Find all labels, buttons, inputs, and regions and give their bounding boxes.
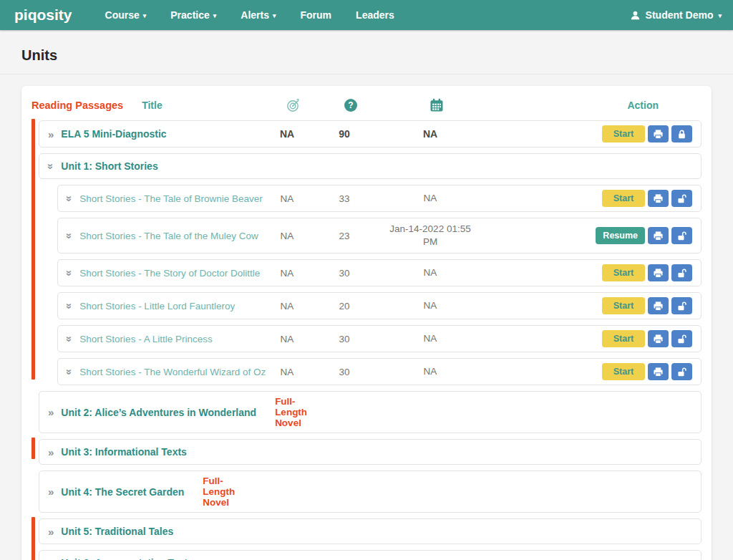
row-title-link[interactable]: Unit 2: Alice’s Adventures in Wonderland [61,407,256,418]
nav-item-practice[interactable]: Practice▾ [170,9,216,21]
start-button[interactable]: Start [602,330,645,347]
nav-items: Course▾Practice▾Alerts▾ForumLeaders [105,9,394,21]
table-row[interactable]: » Short Stories - The Story of Doctor Do… [57,259,702,286]
print-button[interactable] [648,330,669,347]
table-row[interactable]: » Unit 4: The Secret Garden Full-Length … [39,470,702,513]
table-row[interactable]: » Short Stories - The Tale of the Muley … [57,218,702,254]
questions-cell: 30 [323,367,366,377]
chevron-double-icon[interactable]: » [48,129,54,140]
unlock-button[interactable] [671,330,692,347]
chevron-double-icon[interactable]: » [64,195,75,201]
chevron-double-icon[interactable]: » [64,233,75,238]
title-column-header[interactable]: Title [142,100,162,111]
score-cell: NA [251,301,323,312]
table-row[interactable]: » Unit 1: Short Stories [39,153,702,179]
row-title-link[interactable]: Unit 3: Informational Texts [61,446,187,458]
page-header: Units [0,30,733,64]
question-circle-icon: ? [344,99,357,112]
row-title-link[interactable]: Unit 6: Argumentative Texts [61,557,193,560]
print-button[interactable] [648,190,669,207]
table-row[interactable]: » Unit 6: Argumentative Texts [39,550,702,560]
table-row[interactable]: » Unit 3: Informational Texts [39,439,702,465]
chevron-double-icon[interactable]: » [48,407,54,417]
start-button[interactable]: Start [602,363,645,380]
action-buttons: Start [495,297,695,314]
nav-item-alerts[interactable]: Alerts▾ [241,9,276,21]
questions-cell: 30 [323,334,366,344]
table-row[interactable]: » Short Stories - A Little Princess NA 3… [57,325,702,352]
print-button[interactable] [648,227,669,244]
score-cell: NA [251,268,323,279]
page-title: Units [21,47,712,64]
date-cell: NA [366,192,495,205]
row-title-link[interactable]: Short Stories - The Tale of the Muley Co… [79,231,258,241]
chevron-double-icon[interactable]: » [48,486,54,497]
row-title-link[interactable]: Short Stories - A Little Princess [79,334,212,344]
print-button[interactable] [648,125,669,143]
table-row[interactable]: » Short Stories - The Tale of Brownie Be… [57,185,702,212]
table-row[interactable]: » Unit 2: Alice’s Adventures in Wonderla… [39,391,702,433]
chevron-double-icon[interactable]: » [48,447,54,458]
questions-column-header[interactable]: ? [329,99,372,112]
date-cell: NA [366,127,495,141]
unlock-icon [676,367,687,377]
caret-down-icon: ▾ [143,12,147,19]
row-title-link[interactable]: Short Stories - The Wonderful Wizard of … [79,367,266,377]
action-buttons: Start [495,190,695,207]
table-row[interactable]: » Unit 5: Traditional Tales [39,518,702,544]
print-button[interactable] [648,363,669,380]
row-group: » Unit 3: Informational Texts [31,439,702,465]
chevron-double-icon[interactable]: » [48,526,54,537]
action-buttons: Resume [495,227,695,244]
caret-down-icon: ▾ [273,12,276,19]
lock-button[interactable] [671,125,692,143]
resume-button[interactable]: Resume [596,227,645,244]
row-title-link[interactable]: Short Stories - Little Lord Fauntleroy [79,301,235,312]
nav-item-leaders[interactable]: Leaders [356,9,394,21]
row-title-link[interactable]: ELA 5 Mini-Diagnostic [61,128,166,140]
unlock-button[interactable] [671,190,692,207]
row-title-link[interactable]: Unit 1: Short Stories [61,160,157,172]
chevron-double-icon[interactable]: » [46,163,57,169]
row-title-link[interactable]: Short Stories - The Story of Doctor Doli… [79,268,260,279]
full-length-novel-tag: Full-Length Novel [275,396,307,428]
action-buttons: Start [495,125,695,143]
unlock-icon [676,334,687,344]
unlock-button[interactable] [671,227,692,244]
row-title-link[interactable]: Short Stories - The Tale of Brownie Beav… [79,193,262,204]
table-row[interactable]: » ELA 5 Mini-Diagnostic NA 90 NA Start [39,120,702,148]
brand-logo[interactable]: piqosity [14,6,72,24]
calendar-icon [429,98,444,112]
print-button[interactable] [648,297,669,314]
date-cell: NA [366,365,495,378]
start-button[interactable]: Start [602,190,645,207]
nav-item-label: Practice [170,9,209,21]
user-menu[interactable]: Student Demo ▾ [630,9,722,21]
action-buttons: Start [495,330,695,347]
unlock-button[interactable] [671,363,692,380]
start-button[interactable]: Start [602,125,645,143]
unlock-button[interactable] [671,297,692,314]
start-button[interactable]: Start [602,297,645,314]
chevron-double-icon[interactable]: » [64,270,75,276]
start-button[interactable]: Start [602,264,645,281]
row-title-link[interactable]: Unit 4: The Secret Garden [61,486,184,498]
score-column-header[interactable] [258,97,329,113]
caret-down-icon: ▾ [213,12,217,19]
nav-item-label: Alerts [241,9,269,21]
chevron-double-icon[interactable]: » [64,303,75,309]
table-row[interactable]: » Short Stories - The Wonderful Wizard o… [57,358,702,385]
date-column-header[interactable] [372,98,501,112]
printer-icon [653,268,664,279]
print-button[interactable] [648,264,669,281]
nav-item-course[interactable]: Course▾ [105,9,147,21]
unlock-button[interactable] [671,264,692,281]
nav-item-forum[interactable]: Forum [301,9,332,21]
table-row[interactable]: » Short Stories - Little Lord Fauntleroy… [57,292,702,319]
row-title-link[interactable]: Unit 5: Traditional Tales [61,526,173,537]
unlock-icon [676,301,687,312]
chevron-double-icon[interactable]: » [64,336,75,342]
printer-icon [653,334,664,344]
units-card: Reading Passages Title ? [21,86,712,560]
chevron-double-icon[interactable]: » [64,369,75,375]
